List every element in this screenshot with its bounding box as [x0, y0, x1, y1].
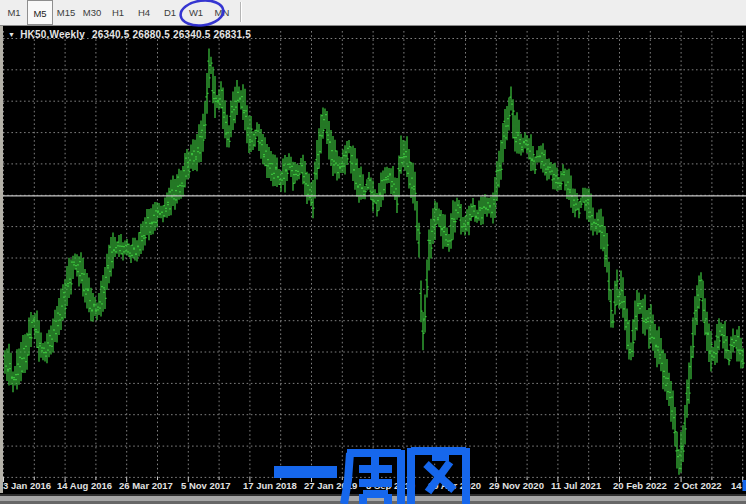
window-left-border [0, 26, 3, 493]
date-label: 8 Sep 2019 [366, 480, 415, 491]
date-label: 11 Jul 2021 [551, 480, 601, 491]
date-label: 20 Feb 2022 [613, 480, 667, 491]
timeframe-button-h1[interactable]: H1 [105, 1, 131, 24]
date-label: 17 Jun 2018 [243, 480, 297, 491]
date-label: 19 Apr 2020 [428, 480, 481, 491]
chart-background [0, 25, 746, 504]
date-label: 14 [731, 480, 742, 491]
date-label: 5 Nov 2017 [181, 480, 231, 491]
pen-circle-annotation [178, 0, 228, 32]
date-label: 29 Nov 2020 [489, 480, 544, 491]
date-label: 14 Aug 2016 [57, 480, 112, 491]
timeframe-toolbar: M1M5M15M30H1H4D1W1MN [0, 0, 746, 26]
toolbar-separator [240, 2, 241, 22]
symbol-period-label: HK50,Weekly [20, 29, 85, 40]
timeframe-button-h4[interactable]: H4 [131, 1, 157, 24]
window-bottom-strip [0, 496, 746, 501]
date-label: 27 Jan 2019 [304, 480, 357, 491]
date-label: 26 Mar 2017 [119, 480, 173, 491]
chevron-down-icon: ▼ [8, 31, 15, 38]
date-label: 2 Oct 2022 [674, 480, 722, 491]
timeframe-button-m1[interactable]: M1 [1, 1, 27, 24]
window-bottom-edge [0, 494, 746, 496]
timeframe-button-m30[interactable]: M30 [79, 1, 105, 24]
price-chart[interactable] [0, 0, 746, 504]
date-label: 3 Jan 2016 [3, 480, 51, 491]
metatrader-window: ▼HK50,Weekly26340.5 26880.5 26340.5 2683… [0, 0, 746, 504]
timeframe-button-m15[interactable]: M15 [53, 1, 79, 24]
timeframe-button-m5[interactable]: M5 [27, 0, 53, 25]
